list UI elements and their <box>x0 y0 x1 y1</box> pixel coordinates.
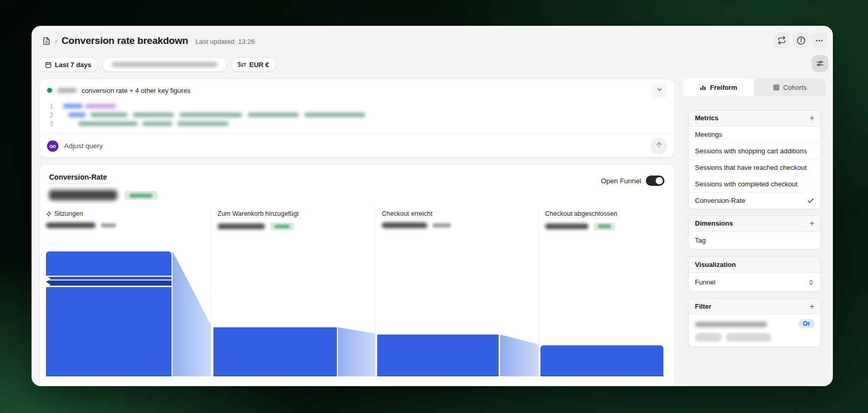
check-icon <box>807 197 814 204</box>
section-title: Filter <box>695 303 711 310</box>
currency-exchange-icon: $⇄ <box>238 61 246 68</box>
arrow-up-icon <box>655 141 663 151</box>
info-icon <box>797 36 805 45</box>
document-icon[interactable] <box>42 37 51 45</box>
refresh-button[interactable] <box>773 32 790 49</box>
chart-panel: Conversion-Rate Open Funnel Sitzungen <box>39 164 675 386</box>
code-line: 2 <box>40 112 53 119</box>
page-title: Conversion rate breakdown <box>61 35 188 46</box>
adjust-query-label[interactable]: Adjust query <box>64 142 103 150</box>
filters-bar: Last 7 days $⇄ EUR € <box>38 57 276 72</box>
bar-chart-icon <box>700 84 706 91</box>
visualization-select[interactable]: Funnel <box>689 273 820 291</box>
funnel-bar-warenkorb <box>213 327 337 376</box>
dimension-row-tag[interactable]: Tag <box>689 231 820 249</box>
status-value-blurred <box>57 88 77 93</box>
code-line: 3 <box>40 120 53 128</box>
step-label: Checkout erreicht <box>382 210 432 217</box>
dimensions-header: Dimensions + <box>689 216 820 231</box>
funnel-step-header: Checkout abgeschlossen <box>545 210 700 230</box>
breadcrumb: › Conversion rate breakdown Last updated… <box>42 33 255 49</box>
visualization-section: Visualization Funnel <box>688 257 821 292</box>
toggle-knob <box>656 177 663 184</box>
info-button[interactable] <box>793 32 809 49</box>
step-label: Checkout abgeschlossen <box>545 210 617 217</box>
code-line: 1 <box>40 103 53 110</box>
date-range-pill[interactable] <box>102 57 227 72</box>
funnel-transition <box>500 335 538 376</box>
funnel-step-header: Checkout erreicht <box>382 210 537 228</box>
status-text: conversion rate + 4 other key figures <box>82 87 191 94</box>
add-dimension-button[interactable]: + <box>810 219 814 228</box>
add-filter-button[interactable]: + <box>810 303 814 311</box>
currency-label: EUR € <box>250 61 269 69</box>
open-funnel-label: Open Funnel <box>601 177 641 185</box>
open-funnel-toggle[interactable] <box>646 176 664 186</box>
tab-freiform[interactable]: Freiform <box>683 78 754 97</box>
funnel-chart <box>40 238 675 376</box>
line-number: 3 <box>40 120 53 128</box>
dimensions-section: Dimensions + Tag <box>688 215 821 249</box>
line-number: 1 <box>40 103 53 110</box>
section-title: Metrics <box>695 114 719 122</box>
query-panel: conversion rate + 4 other key figures 1 … <box>39 78 675 157</box>
add-metric-button[interactable]: + <box>810 114 814 122</box>
metric-row-meetings[interactable]: Meetings <box>689 126 820 142</box>
filter-header: Filter + <box>689 299 820 314</box>
app-window: › Conversion rate breakdown Last updated… <box>32 26 833 386</box>
metrics-header: Metrics + <box>689 110 820 126</box>
collapse-query-button[interactable] <box>652 83 667 98</box>
headline-value-blurred <box>49 190 117 200</box>
last-updated-text: Last updated: 13:26 <box>195 38 255 45</box>
adjust-query-row: Adjust query <box>40 134 674 157</box>
assistant-avatar <box>47 140 58 152</box>
section-title: Visualization <box>695 261 736 268</box>
chevron-down-icon <box>656 86 663 95</box>
status-dot <box>47 88 52 93</box>
filter-field-blurred <box>695 322 767 327</box>
filter-value-pill-blurred[interactable] <box>695 333 722 342</box>
funnel-transition <box>338 327 375 376</box>
ellipsis-icon: … <box>815 34 824 43</box>
line-number: 2 <box>40 112 53 119</box>
metric-row-reached-checkout[interactable]: Sessions that have reached checkout <box>689 159 820 176</box>
funnel-transition <box>173 251 211 376</box>
panel-settings-button[interactable] <box>812 55 828 72</box>
filter-section: Filter + Or <box>688 298 821 347</box>
section-title: Dimensions <box>695 219 733 227</box>
submit-query-button[interactable] <box>650 138 667 154</box>
chart-title: Conversion-Rate <box>49 173 107 184</box>
date-preset-pill[interactable]: Last 7 days <box>38 57 98 72</box>
date-range-blurred-text <box>112 62 218 67</box>
currency-pill[interactable]: $⇄ EUR € <box>231 57 276 72</box>
filter-operator-pill[interactable]: Or <box>798 319 815 328</box>
sql-editor[interactable]: 1 2 3 <box>40 102 674 134</box>
metrics-section: Metrics + Meetings Sessions with shoppin… <box>688 110 821 209</box>
tab-label: Cohorts <box>783 84 807 91</box>
tab-cohorts[interactable]: Cohorts <box>754 78 826 97</box>
refresh-icon <box>778 36 786 44</box>
lightning-icon <box>46 211 52 217</box>
step-label: Sitzungen <box>54 210 83 217</box>
funnel-segment-stripe <box>46 281 172 286</box>
filter-value-pill-blurred[interactable] <box>726 333 771 342</box>
grid-icon <box>773 84 780 91</box>
metric-row-completed-checkout[interactable]: Sessions with completed checkout <box>689 176 820 192</box>
visualization-header: Visualization <box>689 257 820 273</box>
tab-label: Freiform <box>710 84 737 91</box>
query-status-row: conversion rate + 4 other key figures <box>40 79 674 102</box>
headline-delta-badge <box>125 191 158 200</box>
funnel-segment-stripe <box>46 277 172 280</box>
step-label: Zum Warenkorb hinzugefügt <box>218 210 299 217</box>
date-preset-label: Last 7 days <box>55 61 91 69</box>
funnel-bar-sitzungen <box>46 251 172 376</box>
select-chevrons-icon <box>808 279 814 286</box>
sliders-icon <box>816 59 824 68</box>
funnel-step-header: Zum Warenkorb hinzugefügt <box>218 210 373 230</box>
metric-row-conversion-rate[interactable]: Conversion-Rate <box>689 192 820 209</box>
funnel-bar-checkout-abgeschlossen <box>540 345 663 376</box>
more-button[interactable]: … <box>811 32 828 49</box>
metric-row-cart-additions[interactable]: Sessions with shopping cart additions <box>689 142 820 159</box>
chevron-right-icon: › <box>55 36 57 45</box>
funnel-bar-checkout-erreicht <box>377 335 499 376</box>
